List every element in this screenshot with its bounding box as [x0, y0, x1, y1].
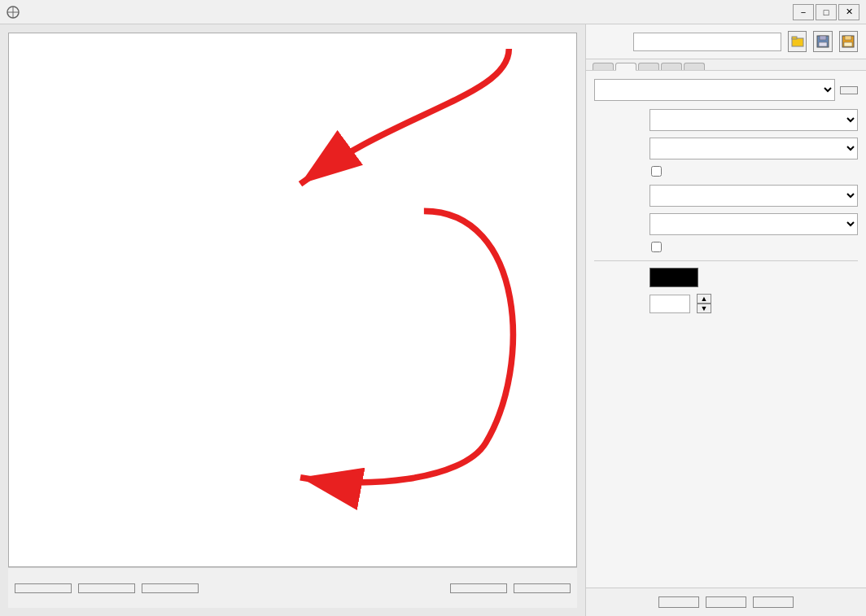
tab-all-connections[interactable] [638, 63, 659, 70]
save-icon [816, 35, 829, 48]
connection-selector-row [594, 79, 858, 101]
delete-button[interactable] [658, 596, 699, 608]
bottom-bar-right [450, 583, 571, 593]
tab-settings[interactable] [661, 63, 682, 70]
shape2-row [594, 185, 858, 207]
close-btn[interactable]: ✕ [838, 4, 859, 20]
maximize-btn[interactable]: □ [816, 4, 837, 20]
tab-shape[interactable] [593, 63, 614, 70]
reset-button[interactable] [142, 583, 199, 593]
new-connection-button[interactable] [840, 86, 858, 94]
folder-open-icon [791, 35, 804, 48]
shape2-select[interactable] [650, 185, 858, 207]
panel-bottom [586, 588, 866, 616]
right-panel: ▲ ▼ [585, 24, 866, 616]
reverse2-row [651, 242, 858, 252]
minimize-btn[interactable]: − [793, 4, 814, 20]
svg-rect-10 [845, 36, 851, 40]
demo-button[interactable] [78, 583, 135, 593]
title-bar: − □ ✕ [0, 0, 866, 24]
color-row [594, 268, 858, 287]
shape1-select[interactable] [650, 109, 858, 131]
string-art-canvas [163, 170, 423, 430]
gauge-input[interactable] [650, 295, 690, 313]
reverse2-checkbox[interactable] [651, 242, 662, 252]
shape1-row [594, 109, 858, 131]
gauge-spinner: ▲ ▼ [697, 294, 711, 313]
svg-rect-11 [844, 42, 852, 46]
save-as-button[interactable] [839, 31, 858, 52]
reverse1-row [651, 166, 858, 177]
export-button[interactable] [450, 583, 507, 593]
svg-rect-8 [819, 42, 827, 46]
cancel-button[interactable] [706, 596, 746, 608]
project-row [586, 24, 866, 59]
redraw-button[interactable] [514, 583, 571, 593]
canvas-area [0, 24, 585, 616]
connection-select[interactable] [594, 79, 835, 101]
svg-rect-5 [792, 37, 797, 39]
svg-rect-7 [820, 36, 826, 40]
open-file-button[interactable] [788, 31, 807, 52]
canvas-wrapper [8, 33, 577, 567]
panel-content: ▲ ▼ [586, 71, 866, 588]
bottom-bar [8, 567, 577, 608]
main-content: ▲ ▼ [0, 24, 866, 616]
part1-select[interactable] [650, 138, 858, 159]
tab-connection[interactable] [615, 63, 636, 71]
window-controls: − □ ✕ [793, 4, 859, 20]
part2-select[interactable] [650, 213, 858, 235]
gauge-up-btn[interactable]: ▲ [697, 294, 711, 304]
gauge-row: ▲ ▼ [594, 294, 858, 313]
save-button[interactable] [813, 31, 832, 52]
tabs-row [586, 59, 866, 71]
title-bar-left [7, 6, 24, 19]
part1-row [594, 138, 858, 159]
project-input[interactable] [633, 33, 781, 51]
color-swatch[interactable] [650, 268, 698, 287]
gauge-down-btn[interactable]: ▼ [697, 304, 711, 313]
tab-export[interactable] [684, 63, 705, 70]
canvas-inner[interactable] [9, 33, 576, 566]
about-button[interactable] [15, 583, 72, 593]
reverse1-checkbox[interactable] [651, 166, 662, 177]
divider [594, 260, 858, 261]
save-as-icon [842, 35, 855, 48]
save-panel-button[interactable] [753, 596, 794, 608]
part2-row [594, 213, 858, 235]
app-icon [7, 6, 20, 19]
